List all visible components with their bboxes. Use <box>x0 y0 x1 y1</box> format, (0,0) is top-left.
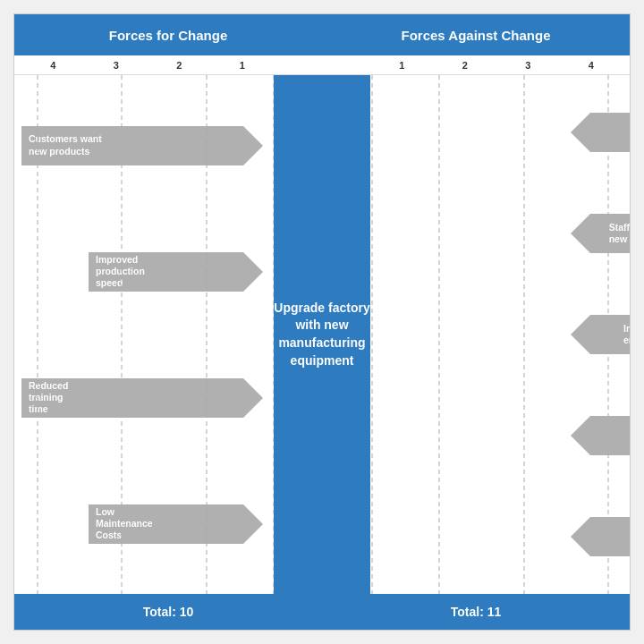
forces-for-change-title: Forces for Change <box>109 28 228 43</box>
forces-against-change-title: Forces Against Change <box>402 28 551 43</box>
right-scale-3: 3 <box>525 60 530 71</box>
arrow-head-left-2 <box>243 252 263 292</box>
arrow-row-left-3: Reducedtrainingtime <box>21 378 263 418</box>
arrow-label-right-2: Staff fearful ofnew technology <box>609 222 630 245</box>
diagram-wrapper: Forces for Change Forces Against Change … <box>13 13 631 631</box>
arrow-label-left-4: LowMaintenanceCosts <box>96 506 153 541</box>
arrow-right-5: Disruption <box>571 517 630 556</box>
bottom-footers: Total: 10 Total: 11 <box>14 594 630 630</box>
arrow-head-left-4 <box>243 504 263 544</box>
main-content: Upgrade factory with new manufacturing e… <box>14 75 630 594</box>
arrow-head-right-1 <box>571 113 590 152</box>
arrow-row-right-3: Impact onenvironment <box>571 315 630 354</box>
arrow-head-right-3 <box>571 315 590 354</box>
top-headers: Forces for Change Forces Against Change <box>14 14 630 55</box>
arrow-body-left-3: Reducedtrainingtime <box>21 378 263 418</box>
arrow-row-right-1: Loss of staffovertime <box>571 113 630 152</box>
arrow-row-right-2: Staff fearful ofnew technology <box>571 214 630 253</box>
left-scale-3: 3 <box>114 60 119 71</box>
right-panel: Loss of staffovertime Staff fearful ofne… <box>571 75 630 594</box>
arrow-left-4: LowMaintenanceCosts <box>89 504 263 544</box>
arrow-label-left-3: Reducedtrainingtime <box>29 380 68 415</box>
arrow-body-left-2: Improvedproductionspeed <box>89 252 263 292</box>
footer-left: Total: 10 <box>14 594 322 630</box>
arrow-head-right-4 <box>571 416 590 455</box>
left-scale-1: 1 <box>240 60 245 71</box>
left-panel: Customers wantnew products Improvedprodu… <box>14 75 263 594</box>
arrow-head-left-1 <box>243 126 263 165</box>
scale-row: 4 3 2 1 1 2 3 4 <box>14 55 630 75</box>
arrow-body-right-1: Loss of staffovertime <box>571 113 630 152</box>
arrow-body-right-3: Impact onenvironment <box>571 315 630 354</box>
arrow-row-left-2: Improvedproductionspeed <box>21 252 263 292</box>
left-scale-4: 4 <box>50 60 55 71</box>
arrow-left-1: Customers wantnew products <box>21 126 263 165</box>
arrow-body-right-4: Cost <box>571 416 630 455</box>
right-scale-2: 2 <box>462 60 468 71</box>
arrow-row-left-1: Customers wantnew products <box>21 126 263 165</box>
arrow-head-left-3 <box>243 378 263 418</box>
right-scale-4: 4 <box>589 60 594 71</box>
arrow-body-left-1: Customers wantnew products <box>21 126 263 165</box>
arrow-body-right-5: Disruption <box>571 517 630 556</box>
arrow-label-right-3: Impact onenvironment <box>623 323 630 346</box>
right-scale-1: 1 <box>399 60 404 71</box>
footer-right: Total: 11 <box>322 594 630 630</box>
center-column: Upgrade factory with new manufacturing e… <box>274 75 370 594</box>
arrow-head-right-2 <box>571 214 590 253</box>
arrow-head-right-5 <box>571 517 590 556</box>
arrow-row-right-4: Cost <box>571 416 630 455</box>
header-left: Forces for Change <box>14 14 322 55</box>
arrow-row-left-4: LowMaintenanceCosts <box>21 504 263 544</box>
header-right: Forces Against Change <box>322 14 630 55</box>
arrow-right-3: Impact onenvironment <box>571 315 630 354</box>
total-right: Total: 11 <box>451 605 502 619</box>
arrow-body-right-2: Staff fearful ofnew technology <box>571 214 630 253</box>
arrow-right-1: Loss of staffovertime <box>571 113 630 152</box>
arrow-row-right-5: Disruption <box>571 517 630 556</box>
arrow-right-4: Cost <box>571 416 630 455</box>
total-left: Total: 10 <box>143 605 194 619</box>
arrow-right-2: Staff fearful ofnew technology <box>571 214 630 253</box>
arrow-label-left-2: Improvedproductionspeed <box>96 254 145 289</box>
center-label: Upgrade factory with new manufacturing e… <box>274 300 370 369</box>
arrow-label-left-1: Customers wantnew products <box>29 133 102 157</box>
arrow-left-3: Reducedtrainingtime <box>21 378 263 418</box>
arrow-body-left-4: LowMaintenanceCosts <box>89 504 263 544</box>
left-scale-2: 2 <box>176 60 182 71</box>
arrow-left-2: Improvedproductionspeed <box>89 252 263 292</box>
